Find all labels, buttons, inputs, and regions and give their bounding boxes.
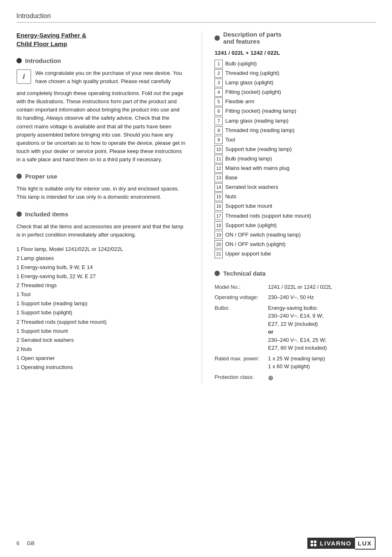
list-item: 3Lamp glass (uplight) xyxy=(214,78,376,87)
table-row: Operating voltage: 230–240 V~, 50 Hz xyxy=(214,292,376,303)
proper-use-heading-text: Proper use xyxy=(25,173,57,180)
list-item: 2Threaded ring (uplight) xyxy=(214,69,376,78)
list-item: 7Lamp glass (reading lamp) xyxy=(214,116,376,125)
right-column: Description of partsand features 1241 / … xyxy=(202,31,376,384)
included-items-heading: Included items xyxy=(16,211,185,218)
list-item: 9Tool xyxy=(214,135,376,144)
list-item: 18Support tube (uplight) xyxy=(214,221,376,230)
list-item: 21Upper support tube xyxy=(214,249,376,258)
tech-value: 230–240 V~, 50 Hz xyxy=(268,292,376,303)
included-items-intro: Check that all the items and accessories… xyxy=(16,223,185,239)
list-item: 4Fitting (socket) (uplight) xyxy=(214,88,376,97)
footer-page-info: 6 GB xyxy=(16,540,35,546)
info-icon: i xyxy=(16,69,31,84)
list-item: 2 Threaded rods (support tube mount) xyxy=(16,318,185,327)
proper-use-section: Proper use This light is suitable only f… xyxy=(16,173,185,201)
tech-label: Model No.: xyxy=(214,282,268,292)
introduction-body: and completely through these operating i… xyxy=(16,89,185,164)
table-row: Model No.: 1241 / 022L or 1242 / 022L xyxy=(214,282,376,292)
introduction-heading: Introduction xyxy=(16,57,185,64)
description-section: Description of partsand features 1241 / … xyxy=(214,31,376,258)
technical-section: Technical data Model No.: 1241 / 022L or… xyxy=(214,270,376,384)
list-item: 1 Tool xyxy=(16,290,185,299)
list-item: 20ON / OFF switch (uplight) xyxy=(214,240,376,249)
technical-heading-text: Technical data xyxy=(223,270,265,277)
list-item: 6Fitting (socket) (reading lamp) xyxy=(214,107,376,116)
description-heading: Description of partsand features xyxy=(214,31,376,45)
list-item: 16Support tube mount xyxy=(214,202,376,211)
description-bullet xyxy=(214,35,220,41)
technical-bullet xyxy=(214,271,220,276)
tech-value: 1241 / 022L or 1242 / 022L xyxy=(268,282,376,292)
list-item: 1 Open spanner xyxy=(16,354,185,363)
logo-grid-icon xyxy=(311,541,316,546)
list-item: 17Threaded rods (support tube mount) xyxy=(214,211,376,220)
list-item: 14Serrated lock washers xyxy=(214,183,376,192)
list-item: 1 Support tube (reading lamp) xyxy=(16,299,185,308)
description-heading-text: Description of partsand features xyxy=(223,31,281,45)
page-header: Introduction xyxy=(16,12,376,23)
list-item: 1 Energy-saving bulb, 22 W, E 27 xyxy=(16,272,185,281)
tech-label: Bulbs: xyxy=(214,303,268,353)
tech-label: Operating voltage: xyxy=(214,292,268,303)
list-item: 1Bulb (uplight) xyxy=(214,59,376,68)
included-items-heading-text: Included items xyxy=(25,211,68,218)
table-row: Protection class: ⊕ xyxy=(214,372,376,384)
parts-model-label: 1241 / 022L + 1242 / 022L xyxy=(214,50,376,56)
page-header-title: Introduction xyxy=(16,12,51,19)
list-item: 1 Floor lamp, Model 1241/022L or 1242/02… xyxy=(16,245,185,254)
tech-value: ⊕ xyxy=(268,372,376,384)
list-item: 11Bulb (reading lamp) xyxy=(214,154,376,163)
proper-use-body: This light is suitable only for interior… xyxy=(16,185,185,201)
ground-symbol: ⊕ xyxy=(268,374,273,381)
product-title: Energy-Saving Father &Child Floor Lamp xyxy=(16,31,185,48)
table-row: Rated max. power: 1 x 25 W (reading lamp… xyxy=(214,353,376,372)
list-item: 8Threaded ring (reading lamp) xyxy=(214,126,376,135)
included-items-list: 1 Floor lamp, Model 1241/022L or 1242/02… xyxy=(16,245,185,372)
introduction-section: Introduction i We congratulate you on th… xyxy=(16,57,185,164)
page-number: 6 xyxy=(16,540,19,546)
list-item: 1 Energy-saving bulb, 9 W, E 14 xyxy=(16,263,185,272)
list-item: 15Nuts xyxy=(214,192,376,201)
introduction-bullet xyxy=(16,58,22,63)
logo-lux: LUX xyxy=(358,540,372,547)
tech-label: Protection class: xyxy=(214,372,268,384)
list-item: 2 Threaded rings xyxy=(16,281,185,290)
parts-list: 1Bulb (uplight) 2Threaded ring (uplight)… xyxy=(214,59,376,258)
introduction-info-box: i We congratulate you on the purchase of… xyxy=(16,69,185,85)
technical-table: Model No.: 1241 / 022L or 1242 / 022L Op… xyxy=(214,282,376,384)
list-item: 10Support tube (reading lamp) xyxy=(214,145,376,154)
list-item: 1 Operating instructions xyxy=(16,363,185,372)
list-item: 2 Lamp glasses xyxy=(16,254,185,263)
language-label: GB xyxy=(27,540,35,546)
list-item: 13Base xyxy=(214,173,376,182)
included-items-section: Included items Check that all the items … xyxy=(16,211,185,372)
list-item: 1 Support tube mount xyxy=(16,327,185,336)
table-row: Bulbs: Energy-saving bulbs: 230–240 V~, … xyxy=(214,303,376,353)
technical-heading: Technical data xyxy=(214,270,376,277)
list-item: 19ON / OFF switch (reading lamp) xyxy=(214,230,376,239)
proper-use-heading: Proper use xyxy=(16,173,185,180)
introduction-heading-text: Introduction xyxy=(25,57,61,64)
proper-use-bullet xyxy=(16,174,22,179)
logo-livarno: LIVARNO xyxy=(320,540,352,547)
page-footer: 6 GB LIVARNO LUX xyxy=(16,537,376,550)
tech-label: Rated max. power: xyxy=(214,353,268,372)
brand-logo: LIVARNO LUX xyxy=(307,537,376,550)
introduction-first-para: We congratulate you on the purchase of y… xyxy=(35,69,185,85)
list-item: 12Mains lead with mains plug xyxy=(214,164,376,173)
tech-value: 1 x 25 W (reading lamp)1 x 60 W (uplight… xyxy=(268,353,376,372)
tech-value: Energy-saving bulbs: 230–240 V~, E14, 9 … xyxy=(268,303,376,353)
left-column: Energy-Saving Father &Child Floor Lamp I… xyxy=(16,31,189,384)
list-item: 2 Nuts xyxy=(16,345,185,354)
list-item: 2 Serrated lock washers xyxy=(16,336,185,345)
included-items-bullet xyxy=(16,211,22,217)
list-item: 1 Support tube (uplight) xyxy=(16,308,185,317)
list-item: 5Flexible arm xyxy=(214,97,376,106)
